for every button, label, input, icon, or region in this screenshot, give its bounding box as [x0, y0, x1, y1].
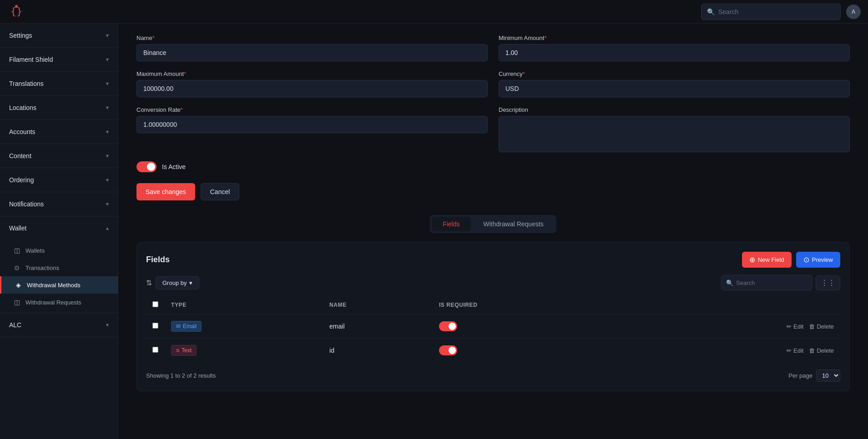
min-amount-label: Minimum Amount*	[499, 35, 850, 41]
save-button[interactable]: Save changes	[136, 183, 195, 200]
form-group-name: Name*	[136, 35, 488, 61]
search-icon: 🔍	[707, 8, 715, 15]
conversion-rate-input[interactable]	[136, 116, 488, 133]
table-search-input[interactable]	[736, 279, 807, 286]
delete-button[interactable]: 🗑 Delete	[809, 347, 834, 354]
chevron-up-icon: ▴	[106, 225, 109, 231]
chevron-down-icon: ▾	[106, 153, 109, 159]
sidebar-item-filament-shield[interactable]: Filament Shield ▾	[0, 48, 118, 71]
search-input[interactable]	[718, 8, 835, 15]
chevron-down-icon: ▾	[106, 322, 109, 328]
edit-button[interactable]: ✏ Edit	[787, 323, 803, 330]
sidebar-item-wallets[interactable]: ◫ Wallets	[0, 242, 118, 259]
field-name: email	[323, 314, 433, 339]
sidebar-item-translations[interactable]: Translations ▾	[0, 72, 118, 95]
form-actions: Save changes Cancel	[136, 183, 850, 200]
requests-icon: ◫	[13, 298, 21, 306]
sidebar-section-notifications: Notifications ▾	[0, 192, 118, 216]
plus-icon: ⊕	[749, 255, 755, 264]
sidebar-section-locations: Locations ▾	[0, 96, 118, 120]
type-badge-email: ✉ Email	[171, 321, 202, 332]
sidebar-section-alc: ALC ▾	[0, 313, 118, 337]
trash-icon: 🗑	[809, 323, 815, 330]
showing-text: Showing 1 to 2 of 2 results	[146, 372, 216, 379]
sidebar-item-wallet[interactable]: Wallet ▴	[0, 216, 118, 240]
name-label: Name*	[136, 35, 488, 41]
description-label: Description	[499, 106, 850, 113]
is-active-toggle[interactable]	[136, 161, 156, 172]
delete-button[interactable]: 🗑 Delete	[809, 323, 834, 330]
form-group-description: Description	[499, 106, 850, 152]
chevron-down-icon: ▾	[106, 177, 109, 183]
form-group-currency: Currency*	[499, 70, 850, 97]
row-checkbox[interactable]	[152, 323, 158, 329]
sidebar-section-ordering: Ordering ▾	[0, 168, 118, 192]
row-checkbox[interactable]	[152, 347, 158, 353]
table-search[interactable]: 🔍	[721, 275, 812, 290]
row-actions: ✏ Edit 🗑 Delete	[626, 323, 834, 330]
description-input[interactable]	[499, 116, 850, 152]
preview-button[interactable]: ⊙ Preview	[796, 252, 840, 268]
columns-button[interactable]: ⋮⋮	[816, 275, 840, 290]
name-input[interactable]	[136, 44, 488, 61]
sidebar-section-accounts: Accounts ▾	[0, 120, 118, 144]
is-required-toggle-id[interactable]	[439, 345, 457, 355]
email-icon: ✉	[176, 323, 181, 329]
chevron-down-icon: ▾	[189, 279, 192, 286]
type-badge-text: ≡ Text	[171, 345, 197, 356]
main-content: Name* Minimum Amount* Maximum Amount*	[118, 24, 868, 439]
topbar-right: 🔍 A	[701, 4, 861, 20]
new-field-button[interactable]: ⊕ New Field	[742, 252, 792, 268]
sidebar-item-ordering[interactable]: Ordering ▾	[0, 168, 118, 192]
col-is-required: Is Required	[433, 296, 621, 314]
sidebar-item-withdrawal-methods[interactable]: ◈ Withdrawal Methods	[0, 276, 118, 294]
group-by-button[interactable]: Group by ▾	[156, 276, 199, 289]
is-required-toggle-email[interactable]	[439, 321, 457, 331]
chevron-down-icon: ▾	[106, 201, 109, 207]
form-row-conversion-description: Conversion Rate* Description	[136, 106, 850, 152]
max-amount-input[interactable]	[136, 80, 488, 97]
tab-fields[interactable]: Fields	[432, 217, 470, 231]
edit-button[interactable]: ✏ Edit	[787, 347, 803, 354]
sidebar-item-transactions[interactable]: ⊙ Transactions	[0, 259, 118, 276]
chevron-down-icon: ▾	[106, 129, 109, 135]
cancel-button[interactable]: Cancel	[201, 183, 240, 200]
eye-icon: ⊙	[803, 255, 809, 264]
is-active-label: Is Active	[162, 163, 186, 170]
form-group-min-amount: Minimum Amount*	[499, 35, 850, 61]
currency-input[interactable]	[499, 80, 850, 97]
text-icon: ≡	[176, 347, 179, 354]
avatar-button[interactable]: A	[846, 5, 861, 19]
sidebar-item-content[interactable]: Content ▾	[0, 144, 118, 168]
min-amount-input[interactable]	[499, 44, 850, 61]
edit-icon: ✏	[787, 323, 792, 330]
select-all-checkbox[interactable]	[152, 301, 158, 307]
fields-title: Fields	[146, 255, 170, 264]
col-actions	[620, 296, 840, 314]
sidebar-section-settings: Settings ▾	[0, 24, 118, 48]
chevron-down-icon: ▾	[106, 105, 109, 111]
wallet-icon: ◫	[13, 246, 21, 254]
sidebar-section-wallet: Wallet ▴ ◫ Wallets ⊙ Transactions ◈ With…	[0, 216, 118, 313]
sidebar-item-withdrawal-requests[interactable]: ◫ Withdrawal Requests	[0, 294, 118, 311]
chevron-down-icon: ▾	[106, 80, 109, 87]
chevron-down-icon: ▾	[106, 56, 109, 63]
tab-withdrawal-requests[interactable]: Withdrawal Requests	[473, 217, 555, 231]
search-bar[interactable]: 🔍	[701, 4, 841, 20]
conversion-rate-label: Conversion Rate*	[136, 106, 488, 113]
sidebar-item-locations[interactable]: Locations ▾	[0, 96, 118, 120]
wallet-items: ◫ Wallets ⊙ Transactions ◈ Withdrawal Me…	[0, 240, 118, 313]
table-row: ✉ Email email	[146, 314, 840, 339]
sidebar-item-accounts[interactable]: Accounts ▾	[0, 120, 118, 144]
sidebar-item-notifications[interactable]: Notifications ▾	[0, 192, 118, 216]
fields-header: Fields ⊕ New Field ⊙ Preview	[146, 252, 840, 268]
sort-button[interactable]: ⇅	[146, 279, 152, 287]
per-page-select[interactable]: 10 25 50	[816, 369, 840, 382]
table-controls: ⇅ Group by ▾ 🔍 ⋮⋮	[146, 275, 840, 290]
sidebar-section-filament-shield: Filament Shield ▾	[0, 48, 118, 72]
logo: {}	[7, 2, 25, 21]
transactions-icon: ⊙	[13, 264, 21, 272]
sidebar-item-alc[interactable]: ALC ▾	[0, 313, 118, 337]
table-controls-right: 🔍 ⋮⋮	[721, 275, 840, 290]
sidebar-item-settings[interactable]: Settings ▾	[0, 24, 118, 47]
